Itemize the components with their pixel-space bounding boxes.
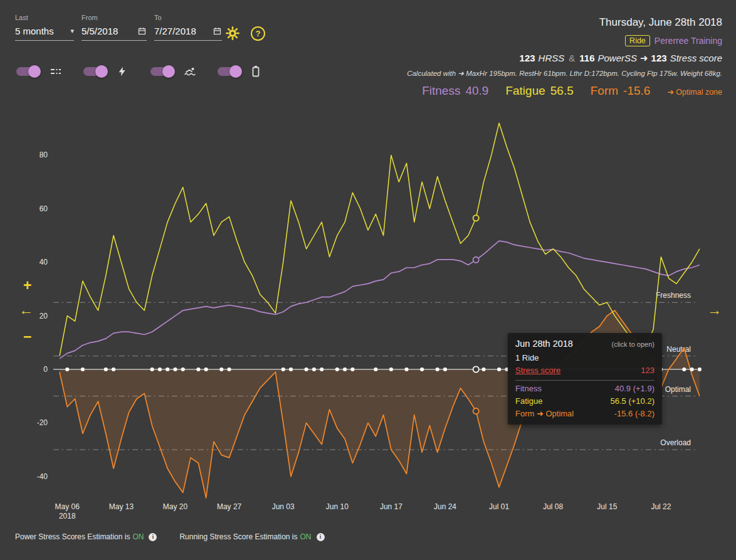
activity-dot[interactable] xyxy=(305,367,308,371)
from-date-value: 5/5/2018 xyxy=(81,26,118,36)
x-tick-label: Jul 15 xyxy=(597,502,617,511)
tooltip-form-row: Form ➜ Optimal -15.6 (-8.2) xyxy=(515,409,655,418)
gear-icon xyxy=(224,25,241,41)
running-estimation-text: Running Stress Score Estimation is xyxy=(179,532,297,541)
x-tick-label: Jul 01 xyxy=(489,502,509,511)
zone-label-optimal: Optimal xyxy=(665,385,691,394)
estimation-switch[interactable] xyxy=(218,67,240,76)
activity-dot[interactable] xyxy=(219,367,223,371)
switch-knob xyxy=(95,65,108,78)
activity-dot[interactable] xyxy=(320,367,323,371)
activity-dot[interactable] xyxy=(389,367,393,371)
toggle-swim-stress xyxy=(150,65,197,77)
activity-dot[interactable] xyxy=(173,367,177,371)
last-period-select[interactable]: 5 months ▾ xyxy=(15,26,74,41)
activity-dot[interactable] xyxy=(150,367,154,371)
zone-label-overload: Overload xyxy=(660,438,691,447)
day-tooltip[interactable]: Jun 28th 2018 (click to open) 1 Ride Str… xyxy=(508,333,662,425)
fitness-value: 40.9 xyxy=(465,84,488,98)
activity-dot[interactable] xyxy=(166,367,169,371)
activity-dot[interactable] xyxy=(698,367,702,371)
fitness-label: Fitness xyxy=(422,84,460,98)
selected-activity-dot[interactable] xyxy=(473,366,479,372)
stress-score-label: Stress score xyxy=(515,366,560,375)
footer-settings: Power Stress Scores Estimation is ON i R… xyxy=(15,532,325,541)
calendar-icon[interactable] xyxy=(213,26,222,36)
from-label: From xyxy=(81,14,147,21)
tooltip-open-hint: (click to open) xyxy=(612,341,655,348)
selected-point-fatigue[interactable] xyxy=(473,215,479,221)
settings-button[interactable] xyxy=(224,25,241,41)
zone-lines-switch[interactable] xyxy=(16,67,39,76)
activity-dot[interactable] xyxy=(228,367,231,371)
last-period-value: 5 months xyxy=(15,26,54,36)
switch-knob xyxy=(28,65,41,78)
activity-dot[interactable] xyxy=(443,367,447,371)
x-tick-label: Jun 24 xyxy=(434,502,456,511)
activity-dot[interactable] xyxy=(289,367,293,371)
zone-lines-icon xyxy=(50,66,61,77)
period-filters: Last 5 months ▾ From 5/5/2018 To 7/27/20… xyxy=(15,14,222,41)
info-icon[interactable]: i xyxy=(317,533,325,541)
zoom-in-button[interactable]: + xyxy=(23,278,31,293)
activity-dot[interactable] xyxy=(420,367,424,371)
activity-dot[interactable] xyxy=(196,367,200,371)
zone-label-freshness: Freshness xyxy=(656,291,691,300)
zone-label-neutral: Neutral xyxy=(666,345,691,354)
activity-dot[interactable] xyxy=(404,367,408,371)
tooltip-header: Jun 28th 2018 (click to open) xyxy=(515,339,655,349)
fatigue-value: 56.5 xyxy=(550,84,574,98)
pan-right-button[interactable]: → xyxy=(707,303,722,317)
tooltip-fitness-row: Fitness 40.9 (+1.9) xyxy=(515,384,655,393)
zoom-out-button[interactable]: − xyxy=(23,330,31,344)
x-tick-sublabel: 2018 xyxy=(59,512,76,520)
selected-date-title: Thursday, June 28th 2018 xyxy=(407,16,722,29)
form-label: Form xyxy=(591,84,618,98)
activity-dot[interactable] xyxy=(65,367,69,371)
selected-point-fitness[interactable] xyxy=(473,257,479,263)
pan-left-button[interactable]: ← xyxy=(19,303,33,317)
activity-dot[interactable] xyxy=(497,367,501,371)
power-stress-switch[interactable] xyxy=(83,67,106,76)
activity-dot[interactable] xyxy=(335,367,339,371)
hrss-label: HRSS xyxy=(539,53,565,63)
fatigue-metric: Fatigue 56.5 xyxy=(505,84,573,98)
activity-type-badge[interactable]: Ride xyxy=(625,35,650,46)
activity-dot[interactable] xyxy=(281,367,285,371)
calendar-icon[interactable] xyxy=(137,26,147,36)
selected-point-form[interactable] xyxy=(473,408,479,414)
lightning-icon xyxy=(117,66,127,77)
activity-dot[interactable] xyxy=(104,367,108,371)
activity-dot[interactable] xyxy=(112,367,115,371)
activity-name[interactable]: Pererree Training xyxy=(655,36,722,46)
activity-dot[interactable] xyxy=(481,367,485,371)
info-icon[interactable]: i xyxy=(149,533,157,541)
running-estimation-status: Running Stress Score Estimation is ON i xyxy=(179,532,324,541)
activity-dot[interactable] xyxy=(343,367,347,371)
stress-total-label: Stress score xyxy=(670,53,722,63)
swim-stress-switch[interactable] xyxy=(150,67,173,76)
x-tick-label: May 27 xyxy=(217,502,242,511)
y-tick-label: 80 xyxy=(39,151,48,159)
help-button[interactable]: ? xyxy=(251,26,265,41)
activity-dot[interactable] xyxy=(181,367,185,371)
activity-dot[interactable] xyxy=(204,367,208,371)
activity-dot[interactable] xyxy=(374,367,377,371)
activity-dot[interactable] xyxy=(682,367,686,371)
to-date-input[interactable]: 7/27/2018 xyxy=(154,26,222,41)
activity-dot[interactable] xyxy=(158,367,162,371)
activity-dot[interactable] xyxy=(81,367,85,371)
activity-dot[interactable] xyxy=(350,367,354,371)
toggle-estimation xyxy=(218,65,264,77)
power-estimation-text: Power Stress Scores Estimation is xyxy=(15,532,130,541)
stress-total-value: 123 xyxy=(651,53,667,63)
from-date-input[interactable]: 5/5/2018 xyxy=(81,26,147,41)
activity-dot[interactable] xyxy=(436,367,439,371)
running-estimation-state: ON xyxy=(300,532,312,541)
activity-dot[interactable] xyxy=(312,367,316,371)
activity-dot[interactable] xyxy=(690,367,694,371)
tooltip-form-value: -15.6 (-8.2) xyxy=(614,409,655,418)
powerss-value: 116 xyxy=(579,53,594,63)
y-tick-label: -20 xyxy=(37,418,48,427)
switch-knob xyxy=(162,65,175,78)
